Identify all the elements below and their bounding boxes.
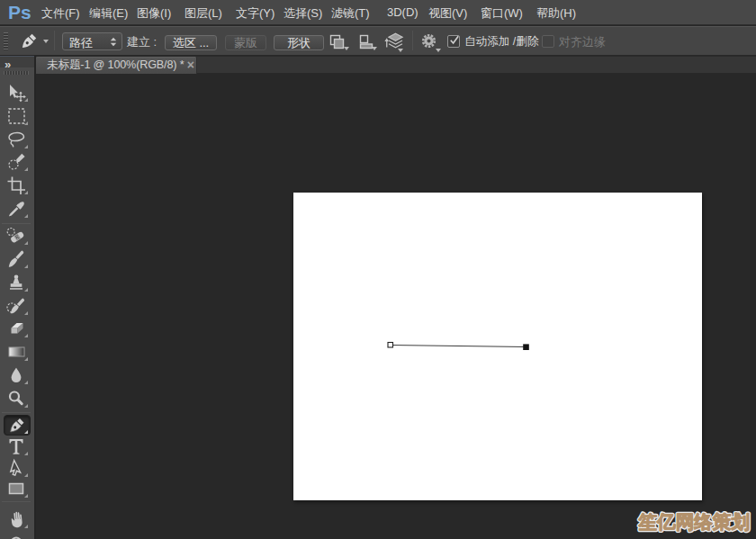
svg-text:笙亿网络策划: 笙亿网络策划 — [637, 511, 750, 532]
